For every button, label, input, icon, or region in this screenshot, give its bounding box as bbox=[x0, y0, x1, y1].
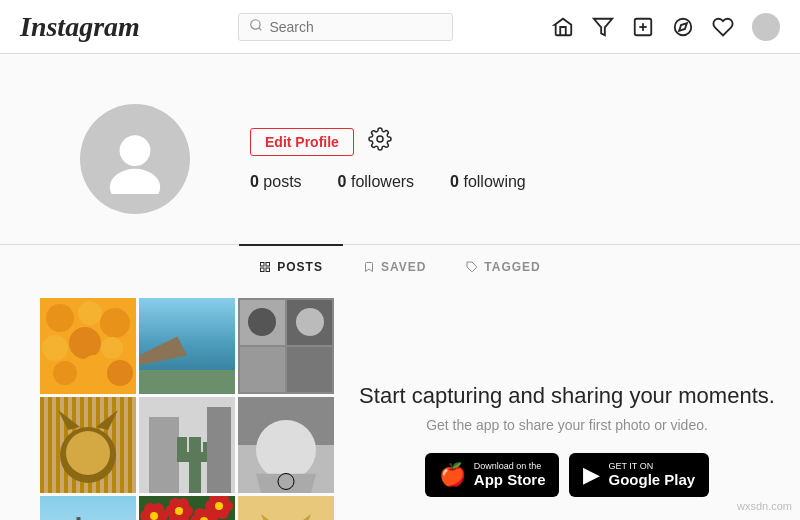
photo-cell-7[interactable] bbox=[40, 496, 136, 520]
tab-posts[interactable]: POSTS bbox=[239, 244, 343, 288]
apple-icon: 🍎 bbox=[439, 462, 466, 488]
followers-count: 0 bbox=[338, 173, 347, 190]
settings-icon[interactable] bbox=[368, 127, 392, 157]
profile-section: Edit Profile 0 posts 0 followers bbox=[80, 84, 720, 244]
svg-point-0 bbox=[251, 19, 260, 28]
app-store-small-label: Download on the bbox=[474, 461, 546, 472]
app-buttons: 🍎 Download on the App Store ▶ GET IT ON … bbox=[425, 453, 709, 498]
photo-cell-5[interactable] bbox=[139, 397, 235, 493]
google-play-button[interactable]: ▶ GET IT ON Google Play bbox=[569, 453, 709, 498]
svg-rect-14 bbox=[266, 268, 270, 272]
photo-cell-9[interactable] bbox=[238, 496, 334, 520]
promo-panel: Start capturing and sharing your moments… bbox=[334, 288, 800, 520]
svg-rect-12 bbox=[266, 263, 270, 267]
app-store-button[interactable]: 🍎 Download on the App Store bbox=[425, 453, 560, 498]
app-store-large-label: App Store bbox=[474, 471, 546, 489]
tab-saved[interactable]: SAVED bbox=[343, 244, 446, 288]
following-count: 0 bbox=[450, 173, 459, 190]
google-play-large-label: Google Play bbox=[608, 471, 695, 489]
posts-count: 0 bbox=[250, 173, 259, 190]
photo-cell-2[interactable] bbox=[139, 298, 235, 394]
heart-icon[interactable] bbox=[712, 16, 734, 38]
logo: Instagram bbox=[20, 11, 140, 43]
google-play-small-label: GET IT ON bbox=[608, 461, 695, 472]
nav-icons bbox=[552, 13, 780, 41]
edit-profile-button[interactable]: Edit Profile bbox=[250, 128, 354, 156]
following-label: following bbox=[463, 173, 525, 190]
photo-cell-4[interactable] bbox=[40, 397, 136, 493]
photo-cell-8[interactable] bbox=[139, 496, 235, 520]
posts-stat: 0 posts bbox=[250, 173, 302, 191]
app-store-text: Download on the App Store bbox=[474, 461, 546, 490]
main-content: Edit Profile 0 posts 0 followers bbox=[0, 54, 800, 520]
google-play-text: GET IT ON Google Play bbox=[608, 461, 695, 490]
tab-saved-label: SAVED bbox=[381, 260, 426, 274]
header: Instagram bbox=[0, 0, 800, 54]
content-area: Start capturing and sharing your moments… bbox=[0, 288, 800, 520]
search-icon bbox=[249, 18, 263, 36]
user-avatar-nav[interactable] bbox=[752, 13, 780, 41]
username-row: Edit Profile bbox=[250, 127, 720, 157]
posts-label: posts bbox=[263, 173, 301, 190]
search-input[interactable] bbox=[269, 19, 429, 35]
svg-point-10 bbox=[377, 136, 383, 142]
photo-cell-3[interactable] bbox=[238, 298, 334, 394]
svg-rect-11 bbox=[261, 263, 265, 267]
svg-line-1 bbox=[259, 27, 262, 30]
tabs-bar: POSTS SAVED TAGGED bbox=[0, 244, 800, 288]
compass-icon[interactable] bbox=[672, 16, 694, 38]
profile-stats: 0 posts 0 followers 0 following bbox=[250, 173, 720, 191]
followers-label: followers bbox=[351, 173, 414, 190]
google-play-icon: ▶ bbox=[583, 462, 600, 488]
svg-point-9 bbox=[110, 169, 160, 194]
photo-grid bbox=[0, 288, 334, 520]
svg-marker-7 bbox=[679, 23, 687, 31]
photo-cell-6[interactable] bbox=[238, 397, 334, 493]
plus-square-icon[interactable] bbox=[632, 16, 654, 38]
tab-tagged-label: TAGGED bbox=[484, 260, 540, 274]
tab-tagged[interactable]: TAGGED bbox=[446, 244, 560, 288]
profile-avatar[interactable] bbox=[80, 104, 190, 214]
svg-rect-13 bbox=[261, 268, 265, 272]
search-bar[interactable] bbox=[238, 13, 453, 41]
promo-title: Start capturing and sharing your moments… bbox=[359, 383, 775, 409]
watermark: wxsdn.com bbox=[737, 500, 792, 512]
promo-subtitle: Get the app to share your first photo or… bbox=[426, 417, 708, 433]
profile-info: Edit Profile 0 posts 0 followers bbox=[250, 127, 720, 191]
svg-point-6 bbox=[675, 18, 692, 35]
tab-posts-label: POSTS bbox=[277, 260, 323, 274]
svg-point-8 bbox=[120, 135, 151, 166]
followers-stat: 0 followers bbox=[338, 173, 415, 191]
svg-marker-2 bbox=[594, 18, 612, 35]
following-stat: 0 following bbox=[450, 173, 526, 191]
filter-icon[interactable] bbox=[592, 16, 614, 38]
home-icon[interactable] bbox=[552, 16, 574, 38]
photo-cell-1[interactable] bbox=[40, 298, 136, 394]
